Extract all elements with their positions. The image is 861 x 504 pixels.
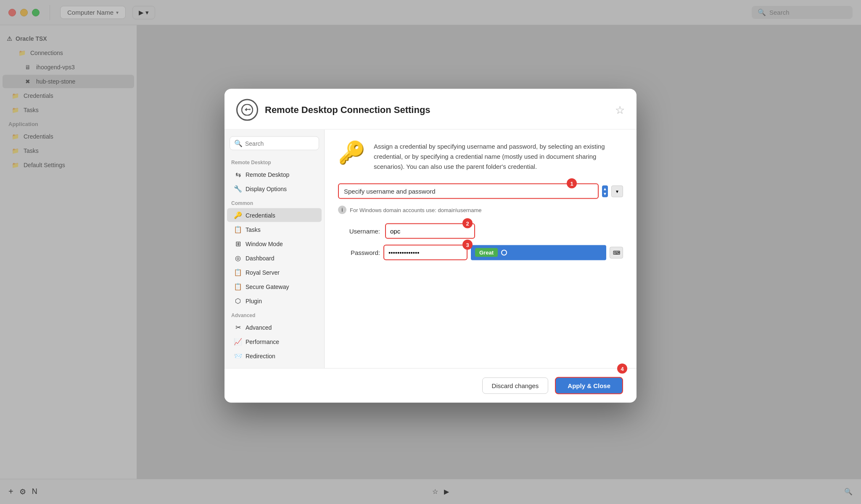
ms-item-tasks[interactable]: 📋 Tasks xyxy=(227,223,322,236)
modal-sidebar: 🔍 Remote Desktop ⇆ Remote Desktop 🔧 Disp… xyxy=(224,130,325,368)
modal-footer: Discard changes Apply & Close 4 xyxy=(224,368,637,403)
dropdown-value: Specify username and password xyxy=(344,188,436,195)
modal-body: 🔍 Remote Desktop ⇆ Remote Desktop 🔧 Disp… xyxy=(224,130,637,368)
key-large-icon: 🔑 xyxy=(338,142,365,172)
password-row: Password: Great ⌨ 3 xyxy=(338,245,623,260)
ms-item-performance[interactable]: 📈 Performance xyxy=(227,335,322,349)
modal-search-input[interactable] xyxy=(245,140,314,147)
password-label: Password: xyxy=(338,249,380,256)
credential-type-dropdown[interactable]: Specify username and password xyxy=(338,184,599,199)
discard-button[interactable]: Discard changes xyxy=(482,378,549,394)
ms-item-label: Plugin xyxy=(246,297,262,304)
ms-item-label: Display Options xyxy=(246,185,287,192)
ms-item-advanced[interactable]: ✂ Advanced xyxy=(227,320,322,334)
modal-header: Remote Desktop Connection Settings ☆ xyxy=(224,89,637,130)
step-badge-2: 2 xyxy=(462,218,473,228)
plugin-icon: ⬡ xyxy=(234,297,242,305)
info-text: For Windows domain accounts use: domain\… xyxy=(350,207,482,213)
step-badge-3: 3 xyxy=(462,240,473,250)
ms-item-label: Performance xyxy=(246,338,279,345)
group-label-advanced: Advanced xyxy=(224,308,324,320)
ms-item-label: Secure Gateway xyxy=(246,283,289,290)
password-dot xyxy=(501,249,507,255)
step-badge-4: 4 xyxy=(617,364,627,374)
tasks-icon: 📋 xyxy=(234,226,242,234)
redirection-icon: 📨 xyxy=(234,352,242,360)
username-label: Username: xyxy=(338,228,380,235)
window-icon: ⊞ xyxy=(234,240,242,248)
stepper-down-icon[interactable]: ▼ xyxy=(603,191,607,196)
modal-main: 🔑 Assign a credential by specifying user… xyxy=(325,130,637,368)
secure-gateway-icon: 📋 xyxy=(234,283,242,291)
dropdown-caret[interactable]: ▾ xyxy=(611,185,623,197)
modal-search[interactable]: 🔍 xyxy=(230,136,319,150)
modal-dialog: Remote Desktop Connection Settings ☆ 🔍 R… xyxy=(224,89,637,403)
info-icon: i xyxy=(338,206,346,214)
ms-item-credentials[interactable]: 🔑 Credentials xyxy=(227,208,322,222)
ms-item-label: Tasks xyxy=(246,226,261,233)
stepper-up-icon[interactable]: ▲ xyxy=(603,186,607,191)
credential-description: Assign a credential by specifying userna… xyxy=(374,142,623,172)
group-label-remote-desktop: Remote Desktop xyxy=(224,155,324,167)
performance-icon: 📈 xyxy=(234,338,242,346)
ms-item-label: Redirection xyxy=(246,352,275,359)
ms-item-label: Remote Desktop xyxy=(246,171,289,178)
ms-item-dashboard[interactable]: ◎ Dashboard xyxy=(227,251,322,265)
password-input[interactable] xyxy=(383,245,467,260)
royal-server-icon: 📋 xyxy=(234,268,242,276)
ms-item-label: Dashboard xyxy=(246,255,275,261)
modal-title: Remote Desktop Connection Settings xyxy=(265,105,430,116)
password-strength-bar: Great xyxy=(471,245,606,260)
username-row: Username: 2 xyxy=(338,223,623,239)
ms-item-label: Advanced xyxy=(246,324,272,331)
ms-item-royal-server[interactable]: 📋 Royal Server xyxy=(227,265,322,279)
favorite-icon[interactable]: ☆ xyxy=(615,103,625,116)
credential-intro: 🔑 Assign a credential by specifying user… xyxy=(338,142,623,172)
advanced-icon: ✂ xyxy=(234,323,242,331)
password-strength-label: Great xyxy=(475,248,498,257)
ms-item-remote-desktop[interactable]: ⇆ Remote Desktop xyxy=(227,168,322,181)
rdp-small-icon: ⇆ xyxy=(234,171,242,178)
dashboard-icon: ◎ xyxy=(234,254,242,262)
ms-item-plugin[interactable]: ⬡ Plugin xyxy=(227,294,322,308)
ms-item-display-options[interactable]: 🔧 Display Options xyxy=(227,182,322,196)
credential-type-row: Specify username and password ▲ ▼ ▾ 1 xyxy=(338,184,623,199)
search-icon: 🔍 xyxy=(234,139,243,147)
display-icon: 🔧 xyxy=(234,185,242,193)
ms-item-redirection[interactable]: 📨 Redirection xyxy=(227,349,322,363)
dropdown-stepper[interactable]: ▲ ▼ xyxy=(602,185,608,197)
ms-item-label: Window Mode xyxy=(246,240,283,247)
keyboard-icon[interactable]: ⌨ xyxy=(610,247,623,258)
apply-close-button[interactable]: Apply & Close xyxy=(555,377,623,394)
ms-item-label: Royal Server xyxy=(246,269,280,276)
step-badge-1: 1 xyxy=(567,178,577,189)
group-label-common: Common xyxy=(224,196,324,208)
ms-item-window-mode[interactable]: ⊞ Window Mode xyxy=(227,237,322,251)
username-input[interactable] xyxy=(385,223,475,239)
key-icon: 🔑 xyxy=(234,211,242,219)
rdp-icon xyxy=(236,99,258,121)
ms-item-secure-gateway[interactable]: 📋 Secure Gateway xyxy=(227,280,322,294)
ms-item-label: Credentials xyxy=(246,212,275,218)
password-input-wrap xyxy=(383,245,467,260)
info-row: i For Windows domain accounts use: domai… xyxy=(338,206,623,214)
